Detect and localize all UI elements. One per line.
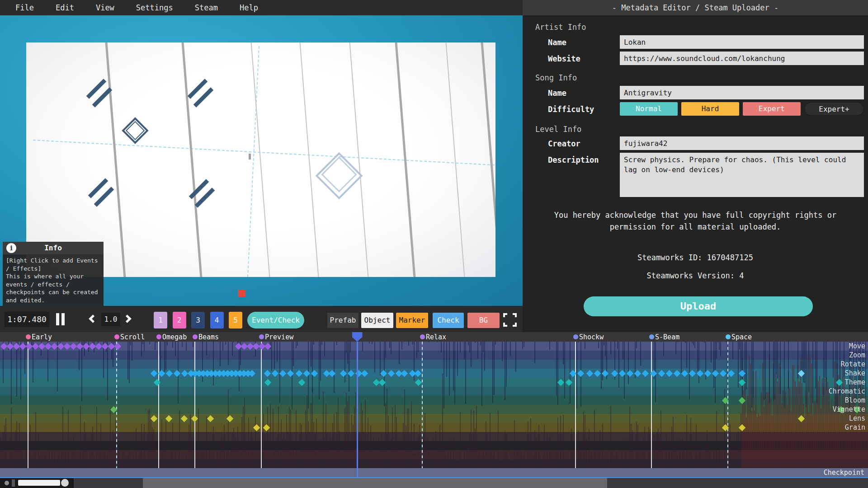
song-name-field[interactable] — [620, 86, 864, 99]
mode-button-marker[interactable]: Marker — [396, 313, 428, 328]
layer-button-5[interactable]: 5 — [229, 312, 242, 328]
track-label-chromatic: Chromatic — [829, 387, 865, 396]
menu-item-edit[interactable]: Edit — [45, 0, 85, 15]
marker-label-relax[interactable]: Relax — [426, 333, 446, 341]
marker-label-preview[interactable]: Preview — [265, 333, 293, 341]
menu-item-view[interactable]: View — [85, 0, 125, 15]
marker-dot-space[interactable] — [726, 334, 731, 339]
steamworks-version: Steamworks Version: 4 — [523, 271, 868, 280]
marker-dot-beams[interactable] — [193, 334, 198, 339]
marker-dot-relax[interactable] — [420, 334, 425, 339]
marker-label-s-beam[interactable]: S-Beam — [655, 333, 679, 341]
layer-button-4[interactable]: 4 — [210, 312, 224, 328]
menu-item-help[interactable]: Help — [229, 0, 269, 15]
website-field[interactable] — [620, 52, 864, 65]
marker-line-s-beam — [651, 342, 652, 478]
checkpoint-band[interactable] — [0, 468, 868, 477]
timeline-scrollbar-thumb[interactable] — [143, 478, 607, 488]
timeline-header[interactable]: EarlyScrollOmegabBeamsPreviewRelaxShockw… — [0, 332, 868, 342]
marker-dot-preview[interactable] — [259, 334, 264, 339]
marker-label-omegab[interactable]: Omegab — [162, 333, 187, 341]
event-timeline[interactable]: EarlyScrollOmegabBeamsPreviewRelaxShockw… — [0, 332, 868, 488]
double-slash-obstacle[interactable] — [86, 180, 118, 211]
playhead-line — [357, 342, 358, 478]
difficulty-normal[interactable]: Normal — [620, 102, 678, 116]
track-line — [479, 42, 495, 277]
info-box-header: i Info — [3, 242, 104, 254]
track-line — [348, 42, 371, 277]
menu-item-settings[interactable]: Settings — [125, 0, 184, 15]
track-label-shake: Shake — [845, 369, 865, 378]
marker-line-relax — [422, 342, 423, 478]
layer-button-1[interactable]: 1 — [154, 312, 167, 328]
double-slash-obstacle[interactable] — [185, 80, 217, 112]
song-name-label: Name — [548, 89, 566, 98]
diamond-obstacle-selected[interactable] — [316, 152, 363, 200]
description-field[interactable]: Screw physics. Prepare for chaos. (This … — [620, 153, 864, 197]
description-label: Description — [548, 155, 599, 164]
difficulty-expert[interactable]: Expert — [743, 102, 801, 116]
marker-label-shockw[interactable]: Shockw — [579, 333, 604, 341]
difficulty-label: Difficulty — [548, 105, 594, 114]
marker-label-beams[interactable]: Beams — [198, 333, 219, 341]
diamond-obstacle[interactable] — [122, 117, 148, 144]
info-box-text: [Right Click to add Events / Effects] Th… — [3, 254, 104, 306]
menu-item-file[interactable]: File — [5, 0, 45, 15]
track-line — [104, 42, 128, 277]
timeline-scroll-strip[interactable] — [0, 478, 868, 488]
pause-icon[interactable] — [61, 313, 65, 325]
zoom-slider-handle[interactable] — [61, 479, 69, 487]
metadata-panel: Artist Info Name Website Song Info Name … — [523, 15, 868, 332]
marker-dot-s-beam[interactable] — [649, 334, 654, 339]
cursor-tick — [249, 154, 251, 160]
track-label-grain: Grain — [845, 423, 865, 432]
speed-display[interactable]: 1.0 — [101, 313, 120, 326]
upload-button[interactable]: Upload — [584, 296, 813, 316]
mode-button-check[interactable]: Check — [433, 313, 464, 328]
marker-dot-early[interactable] — [26, 334, 31, 339]
track-line — [298, 42, 321, 277]
marker-label-scroll[interactable]: Scroll — [120, 333, 145, 341]
creator-field[interactable] — [620, 136, 864, 150]
layer-button-3[interactable]: 3 — [191, 312, 205, 328]
editor-canvas[interactable]: i Info [Right Click to add Events / Effe… — [0, 15, 523, 306]
mode-button-object[interactable]: Object — [361, 313, 393, 328]
marker-dot-omegab[interactable] — [156, 334, 161, 339]
zoom-slider-track[interactable] — [18, 480, 60, 486]
chevron-right-icon[interactable] — [124, 316, 130, 322]
mode-button-prefab[interactable]: Prefab — [327, 313, 359, 328]
info-box-title: Info — [3, 242, 104, 254]
playback-toolbar: 1:07.480 1.0 Event/Check 12345PrefabObje… — [0, 306, 523, 332]
double-slash-obstacle[interactable] — [187, 181, 218, 212]
difficulty-expert+[interactable]: Expert+ — [804, 102, 864, 116]
event-check-button[interactable]: Event/Check — [247, 312, 304, 328]
pause-icon[interactable] — [56, 313, 59, 325]
marker-dot-scroll[interactable] — [114, 334, 119, 339]
creator-label: Creator — [548, 139, 580, 148]
timeline-zoom-slider[interactable] — [0, 478, 74, 488]
song-info-label: Song Info — [535, 73, 577, 82]
double-slash-obstacle[interactable] — [84, 80, 116, 112]
track-label-vignette: Vignette — [833, 405, 865, 414]
timeline-bands[interactable]: Checkpoint MoveZoomRotateShakeThemeChrom… — [0, 342, 868, 478]
artist-name-field[interactable] — [620, 35, 864, 49]
chevron-left-icon[interactable] — [90, 316, 96, 322]
mode-button-bg[interactable]: BG — [467, 313, 500, 328]
copyright-note: You hereby acknowledge that you have ful… — [547, 210, 843, 233]
time-display[interactable]: 1:07.480 — [5, 312, 49, 327]
marker-line-shockw — [575, 342, 576, 478]
marker-line-space — [727, 342, 728, 478]
layer-button-2[interactable]: 2 — [173, 312, 186, 328]
position-marker[interactable] — [238, 290, 245, 297]
track-label-lens: Lens — [849, 414, 865, 423]
fullscreen-icon[interactable] — [503, 313, 517, 327]
track-line — [249, 42, 272, 277]
track-label-zoom: Zoom — [849, 351, 865, 360]
marker-label-space[interactable]: Space — [731, 333, 752, 341]
marker-dot-shockw[interactable] — [573, 334, 578, 339]
menu-item-steam[interactable]: Steam — [184, 0, 229, 15]
marker-label-early[interactable]: Early — [32, 333, 52, 341]
artist-info-label: Artist Info — [535, 23, 586, 32]
difficulty-hard[interactable]: Hard — [681, 102, 739, 116]
info-icon: i — [6, 243, 16, 253]
